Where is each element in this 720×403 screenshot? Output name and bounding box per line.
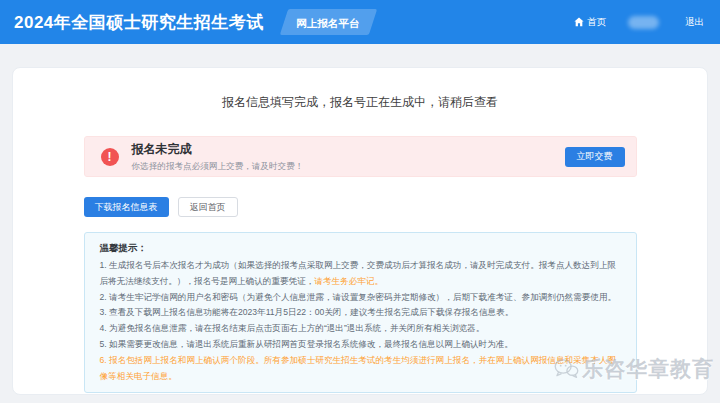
- alert-title: 报名未完成: [132, 141, 304, 158]
- nav-home-label: 首页: [587, 16, 606, 29]
- payment-alert: ! 报名未完成 你选择的报考点必须网上交费，请及时交费！ 立即交费: [84, 136, 637, 177]
- alert-description: 你选择的报考点必须网上交费，请及时交费！: [132, 161, 304, 173]
- tips-panel: 温馨提示： 1. 生成报名号后本次报名才为成功（如果选择的报考点采取网上交费，交…: [84, 232, 637, 393]
- app-header: 2024年全国硕士研究生招生考试 网上报名平台 首页 退出: [0, 0, 720, 44]
- pay-now-button[interactable]: 立即交费: [565, 147, 625, 167]
- tip-item-5: 5. 如果需要更改信息，请退出系统后重新从研招网首页登录报名系统修改，最终报名信…: [100, 337, 621, 353]
- tips-title: 温馨提示：: [100, 240, 621, 256]
- alert-body: 报名未完成 你选择的报考点必须网上交费，请及时交费！: [132, 141, 304, 173]
- main-card: 报名信息填写完成，报名号正在生成中，请稍后查看 ! 报名未完成 你选择的报考点必…: [12, 67, 708, 395]
- user-name-redacted: [628, 16, 659, 29]
- actions-row: 下载报名信息表 返回首页: [84, 197, 637, 217]
- tip-item-1: 1. 生成报名号后本次报名才为成功（如果选择的报考点采取网上交费，交费成功后才算…: [100, 258, 621, 290]
- download-form-button[interactable]: 下载报名信息表: [84, 197, 169, 217]
- header-nav: 首页 退出: [574, 16, 704, 29]
- back-home-button[interactable]: 返回首页: [178, 197, 238, 217]
- tip-item-1-highlight: 请考生务必牢记。: [314, 276, 383, 286]
- nav-logout-link[interactable]: 退出: [685, 16, 704, 29]
- platform-badge: 网上报名平台: [280, 9, 377, 35]
- home-icon: [574, 17, 584, 27]
- alert-exclamation-icon: !: [101, 148, 119, 166]
- tip-item-6: 6. 报名包括网上报名和网上确认两个阶段。所有参加硕士研究生招生考试的考生均须进…: [100, 353, 621, 385]
- status-message: 报名信息填写完成，报名号正在生成中，请稍后查看: [13, 94, 707, 111]
- tip-item-2: 2. 请考生牢记学信网的用户名和密码（为避免个人信息泄露，请设置复杂密码并定期修…: [100, 290, 621, 306]
- tip-item-4: 4. 为避免报名信息泄露，请在报名结束后点击页面右上方的“退出”退出系统，并关闭…: [100, 321, 621, 337]
- app-title: 2024年全国硕士研究生招生考试: [14, 11, 264, 34]
- tip-item-3: 3. 查看及下载网上报名信息功能将在2023年11月5日22：00关闭，建议考生…: [100, 305, 621, 321]
- content-area: ! 报名未完成 你选择的报考点必须网上交费，请及时交费！ 立即交费 下载报名信息…: [84, 136, 637, 393]
- nav-home-link[interactable]: 首页: [574, 16, 606, 29]
- platform-badge-label: 网上报名平台: [296, 17, 359, 31]
